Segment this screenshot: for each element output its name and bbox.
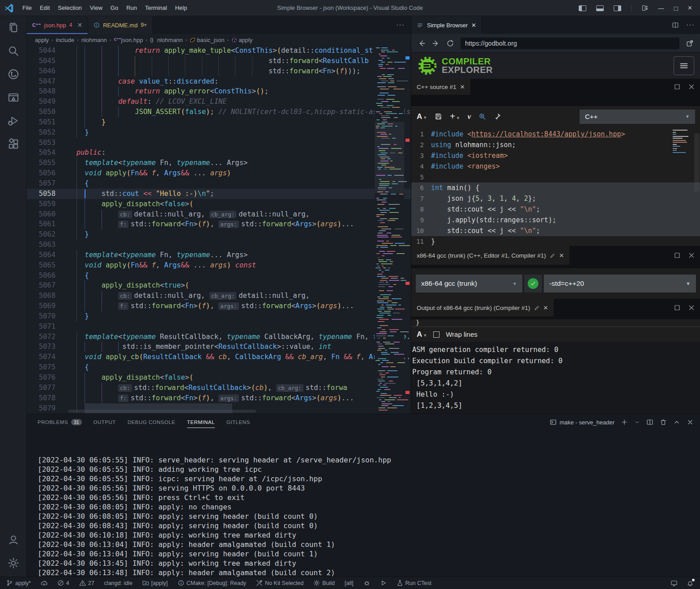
godbolt-line-9[interactable]: 9 j.apply(std::ranges::sort); bbox=[411, 215, 700, 225]
code-line-5058[interactable]: 5058 std::cout << "Hello :-)\n"; bbox=[27, 189, 411, 199]
rename-pane-icon[interactable] bbox=[534, 305, 540, 311]
forward-icon[interactable] bbox=[432, 39, 440, 47]
godbolt-line-6[interactable]: 6int main() { bbox=[411, 182, 700, 193]
code-line-5048[interactable]: 5048 return apply_error<ConstThis>(); bbox=[27, 86, 411, 97]
more-actions-icon[interactable]: ··· bbox=[686, 21, 695, 29]
code-line-5062[interactable]: 5062 } bbox=[27, 229, 411, 240]
terminal-dropdown-icon[interactable] bbox=[634, 419, 640, 426]
split-terminal-icon[interactable] bbox=[646, 419, 653, 426]
godbolt-line-7[interactable]: 7 json j{5, 3, 1, 4, 2}; bbox=[411, 193, 700, 204]
code-line-5046[interactable]: 5046 std::forward<Fn>(f))); bbox=[27, 66, 411, 76]
code-line-5054[interactable]: 5054 public: bbox=[27, 148, 411, 158]
code-line-5056[interactable]: 5056 void apply(Fn&& f, Args&& ... args) bbox=[27, 168, 411, 178]
code-line-5071[interactable]: 5071 bbox=[27, 322, 411, 332]
rename-pane-icon[interactable] bbox=[550, 253, 555, 258]
code-line-5066[interactable]: 5066 { bbox=[27, 271, 411, 281]
zoom-icon[interactable] bbox=[478, 113, 486, 120]
new-terminal-icon[interactable] bbox=[621, 419, 628, 426]
code-line-5050[interactable]: 5050 JSON_ASSERT(false); // NOLINT(cert-… bbox=[27, 107, 411, 117]
open-external-icon[interactable] bbox=[686, 39, 694, 47]
tab-README.md[interactable]: README.md 9+ bbox=[88, 16, 153, 34]
menu-terminal[interactable]: Terminal bbox=[141, 0, 171, 16]
godbolt-line-10[interactable]: 10 std::cout << j << "\n"; bbox=[411, 225, 700, 236]
code-line-5072[interactable]: 5072 template<typename ResultCallback, t… bbox=[27, 332, 411, 342]
breadcrumb-item[interactable]: C⁺⁺json.hpp bbox=[114, 37, 143, 43]
code-editor[interactable]: 5044 return apply_make_tuple<ConstThis>(… bbox=[27, 46, 411, 414]
toggle-panel-icon[interactable] bbox=[596, 5, 604, 11]
terminal-output[interactable]: [2022-04-30 06:05:55] INFO: serve_header… bbox=[27, 430, 700, 589]
code-line-5069[interactable]: 5069 f:std::forward<Fn>(f), args:std::fo… bbox=[27, 301, 411, 311]
panel-tab-problems[interactable]: PROBLEMS 31 bbox=[38, 414, 82, 430]
code-line-5065[interactable]: 5065 void apply(Fn&& f, Args&& ... args)… bbox=[27, 260, 411, 271]
code-line-5055[interactable]: 5055 template<typename Fn, typename... A… bbox=[27, 158, 411, 168]
status-warnings[interactable]: 27 bbox=[79, 580, 94, 586]
code-line-5070[interactable]: 5070 } bbox=[27, 311, 411, 322]
code-line-5074[interactable]: 5074 void apply_cb(ResultCallback && cb,… bbox=[27, 352, 411, 362]
panel-tab-debug-console[interactable]: DEBUG CONSOLE bbox=[128, 414, 175, 430]
customize-layout-icon[interactable] bbox=[641, 4, 649, 12]
status-git-branch[interactable]: apply* bbox=[6, 580, 31, 586]
breadcrumb-item[interactable]: nlohmann bbox=[81, 37, 107, 43]
language-select[interactable]: C++ ▼ bbox=[580, 110, 695, 124]
maximize-panel-icon[interactable] bbox=[673, 419, 680, 426]
status-debug-button[interactable] bbox=[363, 580, 370, 586]
menu-file[interactable]: File bbox=[18, 0, 36, 16]
code-line-5061[interactable]: 5061 f:std::forward<Fn>(f), args:std::fo… bbox=[27, 219, 411, 229]
code-line-5073[interactable]: 5073 std::is_member_pointer<ResultCallba… bbox=[27, 342, 411, 352]
code-line-5060[interactable]: 5060 cb:detail::null_arg, cb_arg:detail:… bbox=[27, 209, 411, 220]
close-pane-icon[interactable] bbox=[688, 83, 695, 90]
code-line-5059[interactable]: 5059 apply_dispatch<false>( bbox=[27, 199, 411, 209]
status-kit-selection[interactable]: No Kit Selected bbox=[256, 580, 303, 586]
add-pane-button[interactable]: +▼ bbox=[450, 111, 460, 122]
editor-actions-more-icon[interactable]: ··· bbox=[396, 16, 405, 34]
code-line-5053[interactable]: 5053 bbox=[27, 138, 411, 148]
vim-mode-icon[interactable]: v bbox=[468, 112, 471, 121]
status-active-folder[interactable]: [apply] bbox=[142, 580, 168, 586]
code-line-5045[interactable]: 5045 std::forward<ResultCallb bbox=[27, 56, 411, 66]
godbolt-line-11[interactable]: 11} bbox=[411, 236, 700, 246]
close-source-pane-icon[interactable]: ✕ bbox=[460, 83, 465, 90]
status-errors[interactable]: 4 bbox=[57, 580, 69, 586]
code-line-5075[interactable]: 5075 { bbox=[27, 362, 411, 373]
close-panel-icon[interactable] bbox=[687, 419, 694, 426]
code-line-5057[interactable]: 5057 { bbox=[27, 178, 411, 189]
status-build-button[interactable]: Build bbox=[313, 580, 335, 586]
compiler-pane-tab[interactable]: x86-64 gcc (trunk) (C++, Editor #1, Comp… bbox=[411, 246, 569, 265]
toggle-secondary-sidebar-icon[interactable] bbox=[614, 5, 621, 11]
source-control-icon[interactable] bbox=[0, 63, 27, 86]
panel-tab-gitlens[interactable]: GITLENS bbox=[226, 414, 250, 430]
horizontal-scrollbar[interactable] bbox=[68, 410, 256, 413]
godbolt-line-2[interactable]: 2using nlohmann::json; bbox=[411, 140, 700, 150]
menu-help[interactable]: Help bbox=[171, 0, 191, 16]
split-editor-icon[interactable] bbox=[672, 21, 679, 29]
hamburger-menu-icon[interactable] bbox=[674, 56, 694, 75]
account-icon[interactable] bbox=[0, 528, 27, 551]
godbolt-line-5[interactable]: 5 bbox=[411, 172, 700, 182]
compiler-options-input[interactable]: -std=c++20 ▼ bbox=[544, 275, 696, 292]
menu-view[interactable]: View bbox=[86, 0, 107, 16]
close-pane-icon[interactable] bbox=[688, 304, 695, 311]
run-debug-icon[interactable] bbox=[0, 109, 27, 132]
code-line-5067[interactable]: 5067 apply_dispatch<true>( bbox=[27, 280, 411, 291]
close-output-tab-icon[interactable]: ✕ bbox=[543, 304, 548, 311]
font-size-button[interactable]: A▼ bbox=[417, 112, 427, 121]
compiler-select[interactable]: x86-64 gcc (trunk) ▼ bbox=[416, 275, 522, 292]
breadcrumb-item[interactable]: apply bbox=[35, 37, 49, 43]
toggle-sidebar-icon[interactable] bbox=[579, 5, 586, 11]
status-build-target[interactable]: [all] bbox=[345, 580, 353, 586]
code-line-5068[interactable]: 5068 cb:detail::null_arg, cb_arg:detail:… bbox=[27, 291, 411, 301]
godbolt-source-editor[interactable]: 1#include <https://localhost:8443/apply/… bbox=[411, 126, 700, 246]
code-line-5052[interactable]: 5052 } bbox=[27, 127, 411, 138]
status-notifications[interactable] bbox=[687, 580, 694, 587]
pin-icon[interactable] bbox=[494, 113, 501, 120]
source-pane-tab[interactable]: C++ source #1 ✕ bbox=[411, 79, 470, 95]
url-input[interactable]: https://godbolt.org bbox=[461, 38, 679, 49]
maximize-pane-icon[interactable] bbox=[674, 304, 681, 311]
status-cmake-status[interactable]: CMake: [Debug]: Ready bbox=[178, 580, 246, 586]
maximize-button[interactable]: □ bbox=[674, 4, 678, 12]
status-publish-changes[interactable] bbox=[41, 580, 47, 586]
status-remote-window[interactable] bbox=[670, 580, 678, 587]
code-line-5044[interactable]: 5044 return apply_make_tuple<ConstThis>(… bbox=[27, 46, 411, 56]
menu-run[interactable]: Run bbox=[122, 0, 141, 16]
tab-json.hpp[interactable]: C⁺⁺ json.hpp 4 ✕ bbox=[27, 16, 88, 34]
